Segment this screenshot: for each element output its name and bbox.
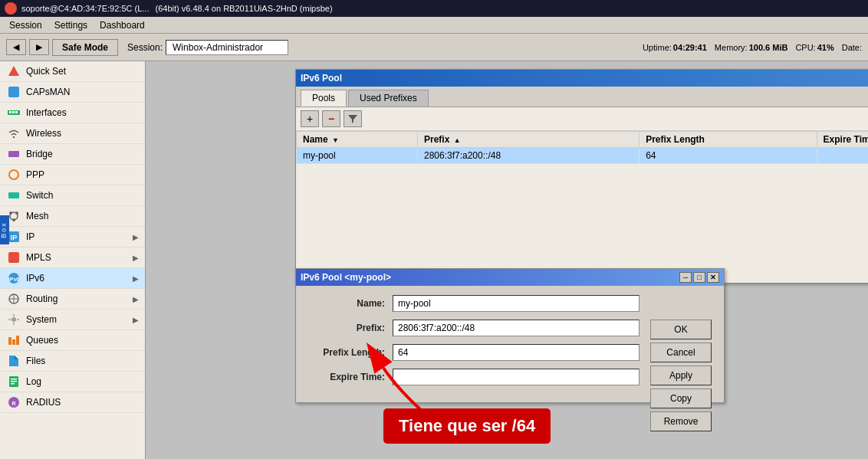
apply-button[interactable]: Apply [650, 366, 712, 385]
name-input[interactable] [393, 295, 639, 312]
sidebar-item-ppp[interactable]: PPP [0, 165, 145, 185]
forward-button[interactable]: ▶ [29, 39, 49, 55]
log-icon [6, 375, 21, 388]
system-arrow-icon: ▶ [133, 316, 139, 324]
svg-text:R: R [12, 401, 15, 406]
menu-dashboard[interactable]: Dashboard [94, 18, 151, 32]
svg-rect-3 [9, 111, 12, 113]
safe-mode-button[interactable]: Safe Mode [52, 39, 118, 56]
dialog-close-button[interactable]: ✕ [707, 272, 719, 283]
quickset-icon [6, 65, 21, 77]
inner-dialog-titlebar[interactable]: IPv6 Pool <my-pool> ─ □ ✕ [296, 269, 724, 286]
inner-dialog-title: IPv6 Pool <my-pool> [301, 272, 679, 283]
col-name-sort-icon: ▼ [332, 136, 339, 144]
copy-button[interactable]: Copy [650, 389, 712, 408]
sidebar-item-wireless[interactable]: Wireless [0, 123, 145, 144]
prefix-length-label: Prefix Length: [308, 347, 393, 358]
memory-label: Memory: [715, 43, 748, 52]
sidebar-item-radius[interactable]: R RADIUS [0, 392, 145, 413]
caps-icon [6, 86, 21, 98]
sidebar-label-ip: IP [26, 231, 35, 242]
prefix-label: Prefix: [308, 323, 393, 333]
sidebar-item-bridge[interactable]: Bridge [0, 144, 145, 165]
sidebar-label-files: Files [26, 356, 45, 366]
content-area: IPv6 Pool ─ □ ✕ Pools Used Prefixes + − [146, 61, 868, 459]
col-expire-time[interactable]: Expire Time [817, 132, 868, 148]
sidebar-item-switch[interactable]: Switch [0, 185, 145, 206]
switch-icon [6, 189, 21, 202]
ok-button[interactable]: OK [650, 320, 712, 339]
sidebar-label-interfaces: Interfaces [26, 107, 67, 118]
sidebar-item-capsman[interactable]: CAPsMAN [0, 82, 145, 103]
dialog-minimize-button[interactable]: ─ [679, 272, 692, 283]
svg-point-7 [9, 170, 18, 179]
ipv6-arrow-icon: ▶ [133, 274, 139, 283]
routing-icon [6, 293, 21, 305]
expire-time-input[interactable] [393, 369, 639, 385]
tab-used-prefixes[interactable]: Used Prefixes [348, 90, 429, 107]
tab-pools[interactable]: Pools [301, 90, 347, 107]
mpls-arrow-icon: ▶ [133, 254, 139, 262]
dialog-restore-button[interactable]: □ [693, 272, 705, 283]
sidebar-label-ppp: PPP [26, 169, 44, 180]
sidebar-label-ipv6: IPv6 [26, 273, 44, 284]
svg-point-12 [12, 218, 15, 221]
session-value: Winbox-Administrador [166, 40, 288, 55]
col-prefix-sort-icon: ▲ [454, 136, 461, 144]
sidebar-item-files[interactable]: Files [0, 351, 145, 372]
remove-pool-button[interactable]: − [322, 110, 340, 127]
col-expire-time-label: Expire Time [824, 134, 868, 145]
col-prefix-length[interactable]: Prefix Length [639, 132, 817, 148]
table-row[interactable]: my-pool 2806:3f7:a200::/48 64 [297, 148, 869, 164]
sidebar-item-interfaces[interactable]: Interfaces [0, 103, 145, 123]
cell-expire-time [817, 148, 868, 164]
col-prefix-label: Prefix [424, 134, 449, 145]
svg-rect-5 [15, 111, 18, 113]
cancel-button[interactable]: Cancel [650, 343, 712, 362]
sidebar-item-ipv6[interactable]: IPv6 IPv6 ▶ [0, 268, 145, 289]
sidebar-item-mpls[interactable]: MPLS ▶ [0, 248, 145, 268]
prefix-length-input[interactable] [393, 344, 639, 361]
sidebar-label-log: Log [26, 376, 41, 387]
sidebar-item-mesh[interactable]: Mesh [0, 206, 145, 227]
annotation-container: Tiene que ser /64 [383, 408, 551, 444]
uptime-label: Uptime: [643, 43, 672, 52]
svg-rect-21 [12, 339, 15, 345]
pool-window-titlebar[interactable]: IPv6 Pool ─ □ ✕ [296, 70, 868, 87]
sidebar-item-routing[interactable]: Routing ▶ [0, 289, 145, 310]
sidebar-item-log[interactable]: Log [0, 372, 145, 392]
sidebar-item-ip[interactable]: IP IP ▶ [0, 227, 145, 248]
sidebar-label-quick-set: Quick Set [26, 66, 66, 77]
inner-dialog-controls: ─ □ ✕ [679, 272, 719, 283]
sidebar-label-radius: RADIUS [26, 397, 61, 408]
back-button[interactable]: ◀ [6, 39, 26, 55]
uptime-value: 04:29:41 [673, 43, 707, 52]
system-icon [6, 313, 21, 326]
sidebar-item-quick-set[interactable]: Quick Set [0, 61, 145, 82]
col-prefix[interactable]: Prefix ▲ [417, 132, 639, 148]
dialog-body: Name: Prefix: Prefix Length: Expire Time… [296, 286, 724, 402]
menu-settings[interactable]: Settings [48, 18, 94, 32]
add-pool-button[interactable]: + [301, 110, 319, 127]
radius-icon: R [6, 396, 21, 408]
sidebar-item-system[interactable]: System ▶ [0, 310, 145, 330]
remove-button[interactable]: Remove [650, 411, 712, 431]
name-label: Name: [308, 298, 393, 309]
svg-rect-8 [8, 192, 19, 198]
cpu-label: CPU: [795, 43, 815, 52]
svg-text:IP: IP [11, 234, 18, 241]
sidebar-label-bridge: Bridge [26, 149, 53, 159]
ppp-icon [6, 169, 21, 181]
col-name[interactable]: Name ▼ [297, 132, 418, 148]
filter-pool-button[interactable] [344, 110, 362, 127]
svg-marker-0 [8, 66, 19, 76]
svg-point-19 [12, 317, 16, 322]
sidebar-label-capsman: CAPsMAN [26, 87, 70, 97]
menu-session[interactable]: Session [3, 18, 48, 32]
sidebar-item-queues[interactable]: Queues [0, 330, 145, 351]
routing-arrow-icon: ▶ [133, 295, 139, 303]
prefix-input[interactable] [393, 320, 639, 336]
svg-text:IPv6: IPv6 [8, 277, 20, 282]
vertical-label: Box [0, 215, 9, 244]
svg-point-11 [15, 211, 18, 215]
